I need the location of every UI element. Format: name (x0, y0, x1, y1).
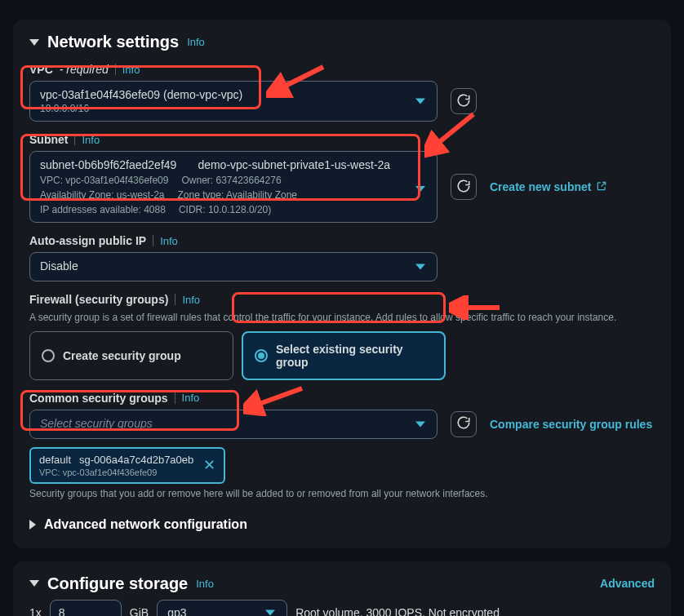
compare-sg-link[interactable]: Compare security group rules (490, 418, 652, 431)
storage-size-input[interactable] (50, 600, 122, 616)
chevron-down-icon (415, 186, 425, 192)
chevron-down-icon (415, 264, 425, 270)
autoip-select[interactable]: Disable (29, 252, 437, 281)
subnet-label-row: Subnet Info (29, 133, 655, 146)
divider (153, 235, 153, 246)
sg-chip-vpc: VPC: vpc-03af1e04f436efe09 (39, 468, 193, 477)
subnet-ips: IP addresses available: 4088 (40, 204, 166, 215)
subnet-vpc: VPC: vpc-03af1e04f436efe09 (40, 175, 168, 186)
caret-down-icon (29, 580, 39, 587)
chevron-down-icon (265, 609, 275, 615)
chevron-down-icon (415, 421, 425, 427)
radio-create-sg[interactable]: Create security group (29, 331, 233, 380)
common-sg-label: Common security groups (29, 392, 168, 405)
radio-create-label: Create security group (63, 349, 181, 362)
subnet-owner: Owner: 637423664276 (181, 175, 281, 186)
info-link-vpc[interactable]: Info (122, 64, 140, 76)
network-panel-header[interactable]: Network settings Info (29, 33, 655, 51)
caret-right-icon (29, 520, 36, 530)
firewall-label-row: Firewall (security groups) Info (29, 293, 655, 306)
storage-title: Configure storage (47, 574, 188, 593)
storage-desc: Root volume, 3000 IOPS, Not encrypted (295, 606, 500, 616)
storage-unit: GiB (130, 606, 149, 616)
network-settings-panel: Network settings Info VPC - required Inf… (13, 20, 671, 548)
autoip-label: Auto-assign public IP (29, 234, 146, 247)
vpc-label-row: VPC - required Info (29, 63, 655, 76)
advanced-network-title: Advanced network configuration (44, 517, 247, 532)
info-link-storage[interactable]: Info (196, 578, 214, 590)
subnet-name: demo-vpc-subnet-private1-us-west-2a (198, 158, 390, 171)
autoip-label-row: Auto-assign public IP Info (29, 234, 655, 247)
vpc-label: VPC (29, 63, 53, 76)
vpc-required: - required (60, 63, 109, 76)
divider (115, 64, 116, 75)
storage-panel-header[interactable]: Configure storage Info (29, 574, 214, 593)
volume-type-value: gp3 (167, 606, 186, 616)
refresh-subnet-button[interactable] (451, 174, 477, 200)
storage-row: 1x GiB gp3 Root volume, 3000 IOPS, Not e… (29, 600, 655, 616)
radio-select-label: Select existing security group (276, 343, 433, 369)
sg-chip: default sg-006a4a7c4d2b7a0eb VPC: vpc-03… (29, 447, 225, 484)
subnet-label: Subnet (29, 133, 68, 146)
sg-chip-id: sg-006a4a7c4d2b7a0eb (79, 454, 193, 466)
volume-type-select[interactable]: gp3 (157, 600, 287, 616)
subnet-cidr: CIDR: 10.0.128.0/20) (179, 204, 271, 215)
network-title: Network settings (47, 33, 179, 51)
info-link-network[interactable]: Info (187, 36, 205, 48)
autoip-value: Disable (40, 259, 427, 273)
firewall-label: Firewall (security groups) (29, 293, 168, 306)
refresh-sg-button[interactable] (451, 411, 477, 437)
info-link-subnet[interactable]: Info (82, 134, 100, 146)
divider (74, 134, 75, 145)
info-link-common-sg[interactable]: Info (182, 392, 200, 404)
info-link-firewall[interactable]: Info (182, 294, 200, 306)
common-sg-select[interactable]: Select security groups (29, 410, 437, 439)
storage-panel: Configure storage Info Advanced 1x GiB g… (13, 561, 671, 616)
radio-icon (255, 349, 268, 362)
chevron-down-icon (415, 99, 425, 104)
refresh-icon (456, 93, 471, 110)
external-link-icon (596, 180, 607, 194)
common-sg-placeholder: Select security groups (40, 417, 427, 430)
common-sg-help: Security groups that you add or remove h… (29, 487, 655, 501)
common-sg-label-row: Common security groups Info (29, 392, 655, 405)
refresh-icon (456, 179, 471, 196)
subnet-select[interactable]: subnet-0b6b9f62faed2ef49 demo-vpc-subnet… (29, 151, 437, 223)
advanced-network-toggle[interactable]: Advanced network configuration (29, 517, 655, 532)
caret-down-icon (29, 39, 39, 46)
storage-advanced-link[interactable]: Advanced (600, 577, 655, 590)
subnet-id: subnet-0b6b9f62faed2ef49 (40, 158, 176, 171)
sg-chip-name: default (39, 454, 71, 466)
storage-qty: 1x (29, 606, 42, 616)
divider (175, 294, 175, 305)
divider (175, 392, 175, 404)
subnet-az: Availability Zone: us-west-2a (40, 189, 165, 201)
firewall-radio-group: Create security group Select existing se… (29, 331, 655, 380)
vpc-select[interactable]: vpc-03af1e04f436efe09 (demo-vpc-vpc) 10.… (29, 81, 437, 122)
radio-select-existing-sg[interactable]: Select existing security group (242, 331, 446, 380)
radio-icon (42, 349, 55, 362)
firewall-help: A security group is a set of firewall ru… (29, 311, 655, 325)
subnet-zonetype: Zone type: Availability Zone (178, 189, 298, 201)
create-subnet-link[interactable]: Create new subnet (490, 180, 607, 194)
vpc-value: vpc-03af1e04f436efe09 (demo-vpc-vpc) (40, 88, 427, 101)
chip-remove-button[interactable]: ✕ (203, 458, 215, 472)
info-link-autoip[interactable]: Info (160, 235, 178, 247)
refresh-icon (456, 415, 471, 432)
refresh-vpc-button[interactable] (451, 88, 477, 114)
vpc-cidr: 10.0.0.0/16 (40, 103, 427, 114)
create-subnet-label: Create new subnet (490, 180, 591, 193)
